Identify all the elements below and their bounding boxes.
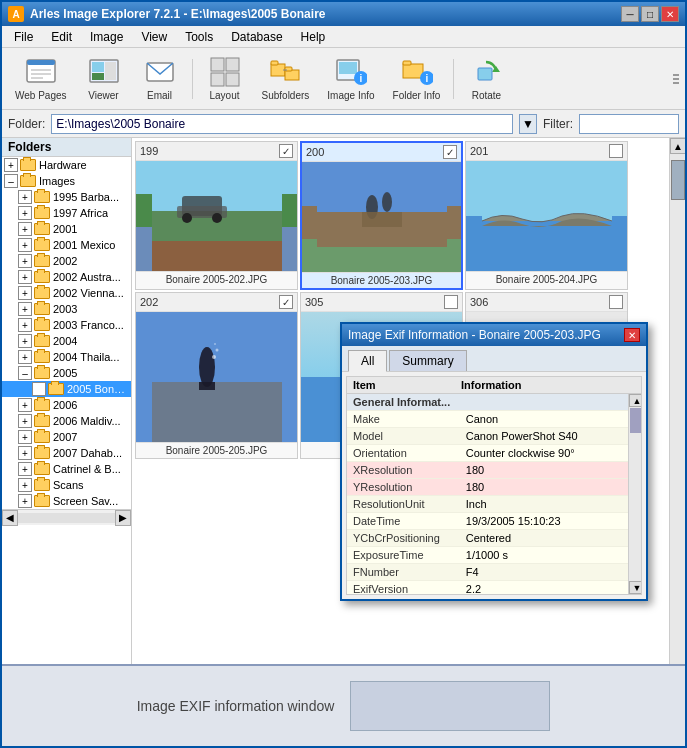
close-button[interactable]: ✕ xyxy=(661,6,679,22)
expander-2007dahab[interactable]: + xyxy=(18,446,32,460)
dialog-tab-all[interactable]: All xyxy=(348,350,387,372)
sidebar-item-2003franco[interactable]: + 2003 Franco... xyxy=(2,317,131,333)
expander-2002vienna[interactable]: + xyxy=(18,286,32,300)
sidebar-item-2007dahab[interactable]: + 2007 Dahab... xyxy=(2,445,131,461)
maximize-button[interactable]: □ xyxy=(641,6,659,22)
sidebar-item-scans[interactable]: + Scans xyxy=(2,477,131,493)
scroll-right-arrow[interactable]: ▶ xyxy=(115,510,131,526)
toolbar-rotate[interactable]: Rotate xyxy=(460,51,512,106)
menu-image[interactable]: Image xyxy=(82,28,131,46)
folder-dropdown[interactable]: ▼ xyxy=(519,114,537,134)
exif-scroll-down[interactable]: ▼ xyxy=(629,581,641,594)
sidebar-item-2001[interactable]: + 2001 xyxy=(2,221,131,237)
sidebar-item-2004thaila[interactable]: + 2004 Thaila... xyxy=(2,349,131,365)
scroll-up-arrow[interactable]: ▲ xyxy=(670,138,685,154)
toolbar-web-pages[interactable]: Web Pages xyxy=(8,51,74,106)
layout-label: Layout xyxy=(210,90,240,101)
toolbar-image-info[interactable]: i Image Info xyxy=(320,51,381,106)
sidebar-item-2007[interactable]: + 2007 xyxy=(2,429,131,445)
sidebar-item-catrinel[interactable]: + Catrinel & B... xyxy=(2,461,131,477)
expander-1995[interactable]: + xyxy=(18,190,32,204)
expander-screensav[interactable]: + xyxy=(18,494,32,508)
cell-200-checkbox[interactable] xyxy=(443,145,457,159)
expander-scans[interactable]: + xyxy=(18,478,32,492)
expander-hardware[interactable]: + xyxy=(4,158,18,172)
scroll-left-arrow[interactable]: ◀ xyxy=(2,510,18,526)
exif-scroll-up[interactable]: ▲ xyxy=(629,394,641,407)
folder-icon-2007 xyxy=(34,430,50,444)
expander-2006[interactable]: + xyxy=(18,398,32,412)
grid-cell-199[interactable]: 199 xyxy=(135,141,298,290)
vscroll-thumb[interactable] xyxy=(671,160,685,200)
expander-catrinel[interactable]: + xyxy=(18,462,32,476)
expander-2005bonaire[interactable]: + xyxy=(32,382,46,396)
minimize-button[interactable]: ─ xyxy=(621,6,639,22)
menu-edit[interactable]: Edit xyxy=(43,28,80,46)
expander-2004[interactable]: + xyxy=(18,334,32,348)
grid-vscroll[interactable]: ▲ ▼ xyxy=(669,138,685,742)
sidebar-item-2005[interactable]: – 2005 xyxy=(2,365,131,381)
grid-cell-201[interactable]: 201 Bonaire 2005-20 xyxy=(465,141,628,290)
folder-tree: Folders + Hardware – Images + 1995 Barba… xyxy=(2,138,132,742)
sidebar-item-2002vienna[interactable]: + 2002 Vienna... xyxy=(2,285,131,301)
vscroll-track[interactable] xyxy=(670,154,685,726)
bottom-overlay-text: Image EXIF information window xyxy=(137,698,335,714)
sidebar-item-screensav[interactable]: + Screen Sav... xyxy=(2,493,131,509)
sidebar-item-2003[interactable]: + 2003 xyxy=(2,301,131,317)
toolbar-layout[interactable]: Layout xyxy=(199,51,251,106)
sidebar-item-2005bonaire[interactable]: + 2005 Bonair... xyxy=(2,381,131,397)
sidebar-item-images[interactable]: – Images xyxy=(2,173,131,189)
expander-2002austra[interactable]: + xyxy=(18,270,32,284)
exif-scroll-track[interactable] xyxy=(629,407,641,581)
sidebar-item-2006[interactable]: + 2006 xyxy=(2,397,131,413)
cell-306-checkbox[interactable] xyxy=(609,295,623,309)
sidebar-item-2002[interactable]: + 2002 xyxy=(2,253,131,269)
sidebar-item-1995[interactable]: + 1995 Barba... xyxy=(2,189,131,205)
sidebar-item-1997[interactable]: + 1997 Africa xyxy=(2,205,131,221)
grid-cell-200[interactable]: 200 xyxy=(300,141,463,290)
exif-exposuretime-info: 1/1000 s xyxy=(466,549,635,561)
expander-1997[interactable]: + xyxy=(18,206,32,220)
sidebar-item-2002austra[interactable]: + 2002 Austra... xyxy=(2,269,131,285)
cell-305-checkbox[interactable] xyxy=(444,295,458,309)
menu-tools[interactable]: Tools xyxy=(177,28,221,46)
expander-2004thaila[interactable]: + xyxy=(18,350,32,364)
expander-2003[interactable]: + xyxy=(18,302,32,316)
expander-2006maldiv[interactable]: + xyxy=(18,414,32,428)
expander-images[interactable]: – xyxy=(4,174,18,188)
sidebar-hscroll[interactable]: ◀ ▶ xyxy=(2,509,131,525)
toolbar-email[interactable]: Email xyxy=(134,51,186,106)
grid-cell-202[interactable]: 202 xyxy=(135,292,298,459)
cell-202-checkbox[interactable] xyxy=(279,295,293,309)
tree-label-2007: 2007 xyxy=(53,431,77,443)
expander-2005[interactable]: – xyxy=(18,366,32,380)
menu-file[interactable]: File xyxy=(6,28,41,46)
expander-2007[interactable]: + xyxy=(18,430,32,444)
cell-201-checkbox[interactable] xyxy=(609,144,623,158)
exif-scroll-thumb[interactable] xyxy=(630,408,641,433)
menu-view[interactable]: View xyxy=(133,28,175,46)
sidebar-item-2001mexico[interactable]: + 2001 Mexico xyxy=(2,237,131,253)
toolbar-subfolders[interactable]: Subfolders xyxy=(255,51,317,106)
tree-label-2002vienna: 2002 Vienna... xyxy=(53,287,124,299)
folder-icon-2005bonaire xyxy=(48,382,64,396)
filter-input[interactable] xyxy=(579,114,679,134)
hscroll-track[interactable] xyxy=(18,513,115,523)
expander-2002[interactable]: + xyxy=(18,254,32,268)
exif-vscroll[interactable]: ▲ ▼ xyxy=(628,394,641,594)
menu-database[interactable]: Database xyxy=(223,28,290,46)
toolbar-viewer[interactable]: Viewer xyxy=(78,51,130,106)
sidebar-item-2006maldiv[interactable]: + 2006 Maldiv... xyxy=(2,413,131,429)
toolbar-folder-info[interactable]: i Folder Info xyxy=(386,51,448,106)
sidebar-item-2004[interactable]: + 2004 xyxy=(2,333,131,349)
folder-input[interactable] xyxy=(51,114,513,134)
expander-2001[interactable]: + xyxy=(18,222,32,236)
sidebar-item-hardware[interactable]: + Hardware xyxy=(2,157,131,173)
image-info-label: Image Info xyxy=(327,90,374,101)
dialog-close-button[interactable]: ✕ xyxy=(624,328,640,342)
expander-2003franco[interactable]: + xyxy=(18,318,32,332)
expander-2001mexico[interactable]: + xyxy=(18,238,32,252)
menu-help[interactable]: Help xyxy=(293,28,334,46)
dialog-tab-summary[interactable]: Summary xyxy=(389,350,466,371)
cell-199-checkbox[interactable] xyxy=(279,144,293,158)
